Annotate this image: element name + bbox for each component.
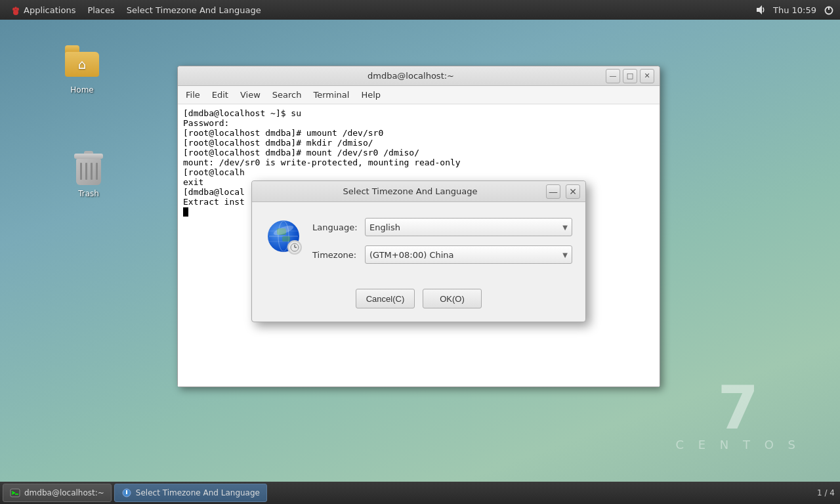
terminal-line-2: Password:	[183, 118, 654, 128]
trash-shape	[74, 151, 103, 185]
dialog-taskbar-icon	[121, 488, 132, 498]
language-row: Language: English ▼	[312, 218, 572, 236]
foot-icon	[10, 5, 21, 15]
terminal-line-3: [root@localhost dmdba]# umount /dev/sr0	[183, 128, 654, 138]
window-title-menu: Select Timezone And Language	[121, 4, 266, 16]
terminal-taskbar-icon	[10, 488, 20, 498]
timezone-value: (GTM+08:00) China	[369, 250, 454, 260]
help-menu[interactable]: Help	[356, 88, 386, 102]
trash-label: Trash	[78, 189, 99, 198]
search-menu[interactable]: Search	[267, 88, 307, 102]
timezone-language-dialog: Select Timezone And Language — ✕	[251, 180, 586, 322]
language-label: Language:	[312, 222, 365, 232]
taskbar-right: Thu 10:59	[755, 4, 835, 16]
terminal-cursor	[183, 207, 188, 217]
places-menu[interactable]: Places	[82, 4, 119, 16]
edit-menu[interactable]: Edit	[207, 88, 234, 102]
terminal-titlebar: dmdba@localhost:~ — □ ✕	[178, 66, 660, 86]
svg-point-3	[16, 8, 19, 11]
terminal-line-4: [root@localhost dmdba]# mkdir /dmiso/	[183, 138, 654, 148]
svg-rect-11	[277, 228, 286, 235]
dialog-content: Language: English ▼ Timezone: (GTM+08:00…	[252, 202, 585, 284]
svg-rect-12	[282, 236, 290, 242]
terminal-line-1: [dmdba@localhost ~]$ su	[183, 108, 654, 118]
window-controls: — □ ✕	[606, 69, 654, 83]
close-button[interactable]: ✕	[640, 69, 654, 83]
file-menu[interactable]: File	[180, 88, 205, 102]
dialog-titlebar: Select Timezone And Language — ✕	[252, 181, 585, 202]
trash-image	[70, 150, 107, 186]
ok-button[interactable]: OK(O)	[423, 289, 482, 308]
terminal-menubar: File Edit View Search Terminal Help	[178, 86, 660, 104]
trash-icon[interactable]: Trash	[62, 150, 115, 198]
terminal-line-7: [root@localh	[183, 167, 654, 177]
folder-shape: ⌂	[65, 52, 99, 77]
dialog-icon	[265, 218, 302, 255]
home-label: Home	[70, 85, 93, 94]
terminal-title: dmdba@localhost:~	[216, 71, 606, 81]
taskbar-bottom: dmdba@localhost:~ Select Timezone And La…	[0, 482, 840, 504]
dialog-form: Language: English ▼ Timezone: (GTM+08:00…	[312, 218, 572, 273]
dialog-buttons: Cancel(C) OK(O)	[252, 284, 585, 322]
timezone-label: Timezone:	[312, 250, 365, 260]
timezone-row: Timezone: (GTM+08:00) China ▼	[312, 245, 572, 264]
home-icon[interactable]: ⌂ Home	[56, 46, 108, 94]
terminal-line-5: [root@localhost dmdba]# mount /dev/sr0 /…	[183, 148, 654, 158]
taskbar-dialog-label: Select Timezone And Language	[136, 488, 260, 497]
home-folder-image: ⌂	[64, 46, 100, 83]
centos-watermark: 7 C E N T O S	[675, 379, 801, 452]
centos-version-number: 7	[675, 379, 801, 438]
language-select[interactable]: English ▼	[365, 218, 572, 236]
taskbar-terminal-label: dmdba@localhost:~	[24, 488, 104, 497]
dialog-minimize-button[interactable]: —	[546, 184, 560, 199]
taskbar-top: Applications Places Select Timezone And …	[0, 0, 840, 20]
maximize-button[interactable]: □	[623, 69, 637, 83]
language-value: English	[369, 222, 400, 232]
terminal-menu[interactable]: Terminal	[308, 88, 354, 102]
taskbar-terminal-item[interactable]: dmdba@localhost:~	[3, 484, 112, 502]
dialog-title: Select Timezone And Language	[274, 186, 546, 196]
cancel-button[interactable]: Cancel(C)	[356, 289, 415, 308]
timezone-select[interactable]: (GTM+08:00) China ▼	[365, 245, 572, 264]
power-icon[interactable]	[823, 4, 835, 16]
clock-overlay-icon	[287, 240, 302, 255]
terminal-line-6: mount: /dev/sr0 is write-protected, moun…	[183, 158, 654, 167]
system-icons	[755, 4, 766, 16]
centos-text: C E N T O S	[675, 438, 801, 452]
dialog-close-button[interactable]: ✕	[566, 184, 580, 199]
view-menu[interactable]: View	[235, 88, 266, 102]
volume-icon[interactable]	[755, 4, 766, 16]
taskbar-top-left: Applications Places Select Timezone And …	[5, 3, 266, 16]
svg-marker-4	[757, 5, 762, 14]
clock-face	[290, 243, 299, 252]
taskbar-dialog-item[interactable]: Select Timezone And Language	[114, 484, 267, 502]
timezone-dropdown-arrow: ▼	[562, 251, 568, 259]
language-dropdown-arrow: ▼	[562, 224, 568, 231]
clock: Thu 10:59	[773, 5, 816, 15]
dialog-controls: — ✕	[546, 184, 580, 199]
minimize-button[interactable]: —	[606, 69, 620, 83]
page-indicator: 1 / 4	[817, 488, 835, 497]
applications-menu[interactable]: Applications	[5, 3, 81, 16]
